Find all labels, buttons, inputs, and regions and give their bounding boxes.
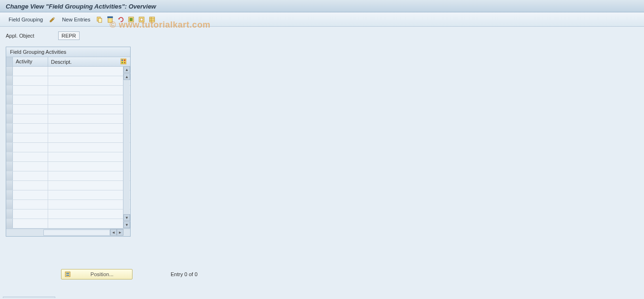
cell-descript[interactable] (48, 67, 130, 76)
row-selector[interactable] (6, 133, 13, 142)
activities-table: Field Grouping Activities Activity Descr… (6, 47, 131, 237)
row-selector[interactable] (6, 124, 13, 133)
cell-descript[interactable] (48, 200, 130, 209)
table-body (6, 67, 130, 229)
cell-activity[interactable] (13, 152, 48, 161)
cell-descript[interactable] (48, 181, 130, 190)
field-grouping-button[interactable]: Field Grouping (6, 16, 46, 23)
cell-descript[interactable] (48, 143, 130, 152)
cell-descript[interactable] (48, 171, 130, 180)
svg-rect-12 (121, 59, 126, 64)
cell-descript[interactable] (48, 76, 130, 85)
scroll-down-icon[interactable]: ▼ (123, 221, 130, 228)
row-selector[interactable] (6, 190, 13, 199)
table-row[interactable] (6, 171, 130, 181)
vertical-scrollbar[interactable]: ▲ ▲ ▼ ▼ (123, 66, 130, 228)
cell-activity[interactable] (13, 95, 48, 104)
row-selector[interactable] (6, 152, 13, 161)
cell-descript[interactable] (48, 209, 130, 219)
cell-descript[interactable] (48, 133, 130, 142)
table-settings-icon[interactable] (148, 16, 156, 23)
delete-icon[interactable] (106, 16, 114, 23)
cell-activity[interactable] (13, 124, 48, 133)
cell-descript[interactable] (48, 114, 130, 123)
cell-activity[interactable] (13, 190, 48, 199)
table-row[interactable] (6, 162, 130, 171)
table-row[interactable] (6, 143, 130, 152)
table-row[interactable] (6, 200, 130, 209)
hscroll-track[interactable] (43, 229, 110, 236)
table-row[interactable] (6, 114, 130, 124)
row-selector[interactable] (6, 143, 13, 152)
svg-rect-17 (65, 272, 70, 277)
cell-descript[interactable] (48, 124, 130, 133)
table-row[interactable] (6, 95, 130, 105)
undo-icon[interactable] (117, 16, 124, 23)
table-row[interactable] (6, 76, 130, 86)
row-selector[interactable] (6, 181, 13, 190)
row-selector[interactable] (6, 86, 13, 95)
table-row[interactable] (6, 219, 130, 229)
new-entries-button[interactable]: New Entries (59, 16, 93, 23)
row-selector[interactable] (6, 95, 13, 104)
table-config-icon[interactable] (121, 59, 127, 65)
table-row[interactable] (6, 105, 130, 114)
cell-descript[interactable] (48, 86, 130, 95)
cell-activity[interactable] (13, 86, 48, 95)
column-activity[interactable]: Activity (13, 57, 48, 66)
cell-descript[interactable] (48, 105, 130, 114)
table-row[interactable] (6, 152, 130, 162)
svg-rect-13 (122, 60, 123, 61)
position-button[interactable]: Position... (61, 269, 133, 279)
row-selector[interactable] (6, 209, 13, 219)
row-selector[interactable] (6, 200, 13, 209)
row-selector[interactable] (6, 114, 13, 123)
pencil-icon[interactable] (49, 16, 56, 23)
row-selector[interactable] (6, 219, 13, 228)
cell-activity[interactable] (13, 162, 48, 171)
scroll-right-icon[interactable]: ► (117, 229, 123, 236)
cell-activity[interactable] (13, 209, 48, 219)
scroll-up-icon[interactable]: ▲ (123, 66, 130, 73)
table-row[interactable] (6, 133, 130, 143)
cell-activity[interactable] (13, 143, 48, 152)
cell-activity[interactable] (13, 76, 48, 85)
column-descript[interactable]: Descript. (48, 57, 130, 66)
appl-object-value[interactable]: REPR (58, 31, 80, 40)
row-selector[interactable] (6, 105, 13, 114)
svg-rect-7 (141, 18, 143, 20)
table-row[interactable] (6, 124, 130, 133)
cell-descript[interactable] (48, 190, 130, 199)
cell-activity[interactable] (13, 114, 48, 123)
table-row[interactable] (6, 190, 130, 200)
svg-rect-14 (124, 60, 125, 61)
horizontal-scrollbar[interactable]: ◄ ► (6, 229, 130, 236)
row-selector[interactable] (6, 76, 13, 85)
cell-activity[interactable] (13, 133, 48, 142)
cell-activity[interactable] (13, 171, 48, 180)
table-row[interactable] (6, 67, 130, 76)
row-selector[interactable] (6, 67, 13, 76)
table-row[interactable] (6, 209, 130, 219)
cell-descript[interactable] (48, 152, 130, 161)
cell-descript[interactable] (48, 95, 130, 104)
cell-descript[interactable] (48, 162, 130, 171)
select-all-icon[interactable] (127, 16, 135, 23)
column-selector[interactable] (6, 57, 13, 66)
cell-activity[interactable] (13, 67, 48, 76)
cell-descript[interactable] (48, 219, 130, 228)
cell-activity[interactable] (13, 181, 48, 190)
position-icon (64, 271, 71, 278)
row-selector[interactable] (6, 162, 13, 171)
cell-activity[interactable] (13, 200, 48, 209)
cell-activity[interactable] (13, 219, 48, 228)
table-row[interactable] (6, 86, 130, 95)
deselect-all-icon[interactable] (138, 16, 145, 23)
scroll-up2-icon[interactable]: ▲ (123, 73, 130, 80)
row-selector[interactable] (6, 171, 13, 180)
copy-icon[interactable] (96, 16, 103, 23)
scroll-down2-icon[interactable]: ▼ (123, 214, 130, 221)
scroll-left-icon[interactable]: ◄ (110, 229, 117, 236)
cell-activity[interactable] (13, 105, 48, 114)
table-row[interactable] (6, 181, 130, 190)
